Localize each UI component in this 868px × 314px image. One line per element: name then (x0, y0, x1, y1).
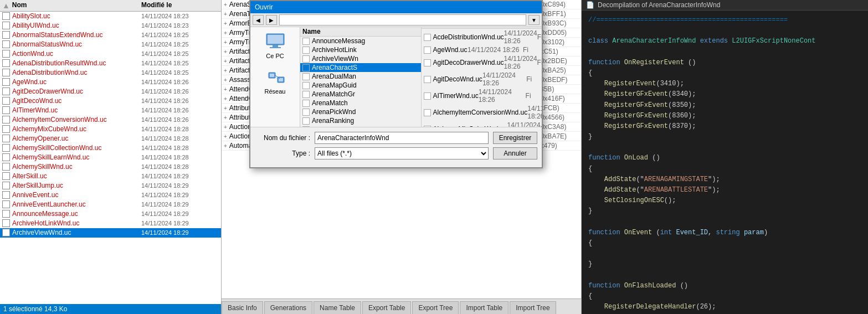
middle-tab[interactable]: Import Table (460, 301, 509, 314)
dialog-file-checkbox[interactable] (302, 64, 310, 71)
left-file-row[interactable]: AdenaDistributionResultWnd.uc 14/11/2024… (0, 59, 221, 68)
dialog-file-checkbox[interactable] (302, 109, 310, 116)
left-file-row[interactable]: AbnormalStatusWnd.uc 14/11/2024 18:25 (0, 40, 221, 49)
dialog-file-row[interactable]: ArenaCharactS (300, 63, 421, 72)
left-file-row[interactable]: AnniveEventLauncher.uc 14/11/2024 18:29 (0, 200, 221, 209)
file-checkbox[interactable] (2, 87, 10, 95)
middle-tab[interactable]: Name Table (314, 301, 361, 314)
file-checkbox[interactable] (2, 106, 10, 114)
file-checkbox[interactable] (2, 12, 10, 20)
dialog-file-checkbox[interactable] (302, 100, 310, 107)
dialog-file2-row[interactable]: AgitDecoWnd.uc 14/11/2024 18:26 Fi (422, 71, 542, 87)
file-checkbox[interactable] (2, 40, 10, 48)
dialog-file-row[interactable]: ArenaRanking (300, 116, 421, 125)
dialog-file-row[interactable]: ArenaMatch (300, 99, 421, 107)
save-button[interactable]: Enregistrer (493, 132, 537, 144)
left-file-row[interactable]: AlchemySkillCollectionWnd.uc 14/11/2024 … (0, 143, 221, 153)
file-checkbox[interactable] (2, 153, 10, 161)
dialog-file2-checkbox[interactable] (424, 34, 431, 41)
dialog-back-button[interactable]: ◀ (253, 15, 264, 25)
middle-tab[interactable]: Export Tree (412, 301, 459, 314)
file-checkbox[interactable] (2, 182, 10, 189)
left-file-row[interactable]: AbilitySlot.uc 14/11/2024 18:23 (0, 12, 221, 21)
left-file-row[interactable]: AITimerWnd.uc 14/11/2024 18:26 (0, 106, 221, 115)
dialog-file-checkbox[interactable] (302, 117, 310, 125)
dialog-file-row[interactable]: ArenaPickWnd (300, 107, 421, 116)
middle-tab[interactable]: Basic Info (222, 301, 263, 314)
middle-tab[interactable]: Import Tree (510, 301, 556, 314)
dialog-file2-row[interactable]: AcdeDistributionWnd.uc 14/11/2024 18:26 … (422, 29, 542, 45)
left-file-row[interactable]: AlchemyMixCubeWnd.uc 14/11/2024 18:28 (0, 125, 221, 134)
middle-tab[interactable]: Export Table (362, 301, 412, 314)
file-checkbox[interactable] (2, 97, 10, 105)
file-checkbox[interactable] (2, 210, 10, 218)
dialog-file-row[interactable]: ArchiveViewWn (300, 54, 421, 63)
main-container: ▲ Nom Modifié le AbilitySlot.uc 14/11/20… (0, 0, 868, 314)
dialog-network-item[interactable]: Réseau (264, 68, 286, 95)
file-checkbox[interactable] (2, 219, 10, 227)
file-checkbox[interactable] (2, 191, 10, 199)
file-checkbox[interactable] (2, 59, 10, 67)
file-checkbox[interactable] (2, 163, 10, 171)
file-checkbox[interactable] (2, 172, 10, 180)
left-file-row[interactable]: ActionWnd.uc 14/11/2024 18:25 (0, 49, 221, 59)
left-file-row[interactable]: AgitDecoDrawerWnd.uc 14/11/2024 18:26 (0, 87, 221, 96)
left-file-row[interactable]: AnnounceMessage.uc 14/11/2024 18:29 (0, 209, 221, 219)
dialog-file-checkbox[interactable] (302, 55, 310, 63)
file-checkbox[interactable] (2, 50, 10, 58)
left-file-row[interactable]: AbnormalStatusExtendWnd.uc 14/11/2024 18… (0, 30, 221, 40)
dialog-forward-button[interactable]: ▶ (266, 15, 277, 25)
file-checkbox[interactable] (2, 125, 10, 133)
dialog-file2-checkbox[interactable] (424, 109, 431, 116)
dialog-file2-checkbox[interactable] (424, 47, 431, 54)
dialog-nav-go-button[interactable]: ▼ (528, 15, 540, 25)
left-file-row[interactable]: ArchiveViewWnd.uc 14/11/2024 18:29 (0, 228, 221, 238)
left-file-row[interactable]: AlchemyOpener.uc 14/11/2024 18:28 (0, 134, 221, 143)
dialog-file-checkbox[interactable] (302, 82, 310, 89)
file-checkbox[interactable] (2, 22, 10, 29)
file-checkbox[interactable] (2, 135, 10, 142)
file-checkbox[interactable] (2, 144, 10, 152)
dialog-file-checkbox[interactable] (302, 91, 310, 98)
dialog-file2-row[interactable]: AgitDecoDrawerWnd.uc 14/11/2024 18:26 Fi (422, 54, 542, 71)
left-file-row[interactable]: AlchemySkillWnd.uc 14/11/2024 18:28 (0, 162, 221, 172)
cancel-button[interactable]: Annuler (493, 147, 537, 159)
file-checkbox[interactable] (2, 69, 10, 76)
dialog-file2-row[interactable]: AlchemyItemConversionWnd.uc 14/11/2024 1… (422, 104, 542, 121)
left-file-row[interactable]: AlterSkill.uc 14/11/2024 18:29 (0, 172, 221, 181)
dialog-file-row[interactable]: ArenaMatchGr (300, 90, 421, 99)
dialog-file-checkbox[interactable] (302, 38, 310, 45)
file-checkbox[interactable] (2, 200, 10, 208)
dialog-file2-checkbox[interactable] (424, 76, 431, 83)
dialog-file2-row[interactable]: AgeWnd.uc 14/11/2024 18:26 Fi (422, 45, 542, 54)
left-file-row[interactable]: AnniveEvent.uc 14/11/2024 18:29 (0, 191, 221, 200)
dialog-file2-checkbox[interactable] (424, 59, 431, 66)
dialog-file-checkbox[interactable] (302, 47, 310, 54)
left-file-row[interactable]: AgeWnd.uc 14/11/2024 18:26 (0, 78, 221, 87)
middle-tab[interactable]: Generations (264, 301, 312, 314)
left-file-row[interactable]: AbilityUIWnd.uc 14/11/2024 18:23 (0, 21, 221, 30)
left-file-row[interactable]: AlchemyItemConversionWnd.uc 14/11/2024 1… (0, 115, 221, 125)
dialog-file2-row[interactable]: AITimerWnd.uc 14/11/2024 18:26 Fi (422, 87, 542, 104)
file-checkbox[interactable] (2, 229, 10, 236)
code-line: RegisterDelegateHandler(26); (588, 302, 861, 312)
file-checkbox[interactable] (2, 116, 10, 123)
dialog-file-row[interactable]: AnnounceMessag (300, 37, 421, 45)
file-checkbox[interactable] (2, 78, 10, 86)
dialog-file2-checkbox[interactable] (424, 92, 431, 100)
dialog-nav-input[interactable] (279, 14, 526, 25)
filename-input[interactable] (315, 132, 489, 144)
dialog-file-row[interactable]: ArenaDualMan (300, 72, 421, 81)
filetype-select[interactable]: All files (*.*) (315, 147, 489, 159)
dialog-file-row[interactable]: ArenaMapGuid (300, 81, 421, 90)
left-file-row[interactable]: ArchiveHotLinkWnd.uc 14/11/2024 18:29 (0, 219, 221, 228)
dialog-file2-row[interactable]: AlchemyMixCubeWnd.uc 14/11/2024 18:28 Fi (422, 121, 542, 127)
left-file-row[interactable]: AgitDecoWnd.uc 14/11/2024 18:26 (0, 96, 221, 106)
left-file-row[interactable]: AdenaDistributionWnd.uc 14/11/2024 18:25 (0, 68, 221, 78)
dialog-pc-item[interactable]: Ce PC (264, 33, 286, 59)
file-checkbox[interactable] (2, 31, 10, 39)
dialog-file-row[interactable]: ArchiveHotLink (300, 45, 421, 54)
left-file-row[interactable]: AlchemySkillLearnWnd.uc 14/11/2024 18:28 (0, 153, 221, 162)
left-file-row[interactable]: AlterSkillJump.uc 14/11/2024 18:29 (0, 181, 221, 191)
dialog-file-checkbox[interactable] (302, 73, 310, 80)
